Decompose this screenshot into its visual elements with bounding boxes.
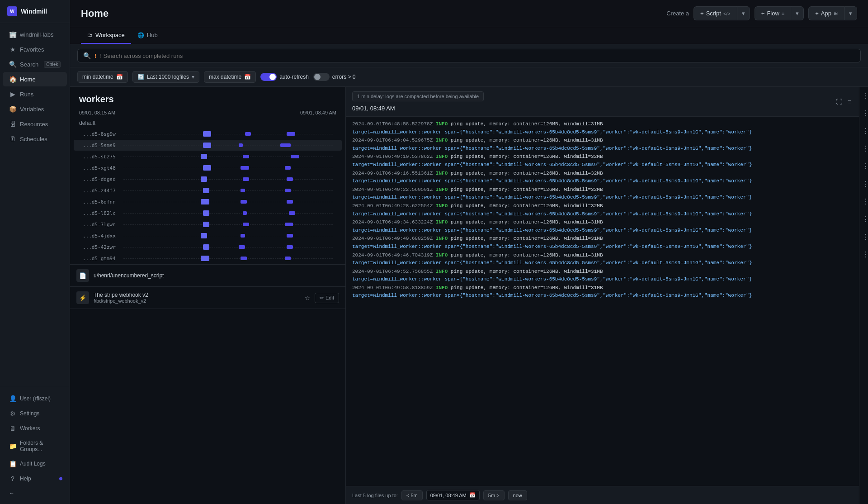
bottom-items: 📄 u/henri/unencumbered_script ⚡ The stri… [70, 264, 345, 309]
worker-row[interactable]: ...d5-4jdxx [74, 230, 342, 241]
right-menu-btn-2[interactable]: ⋮ [860, 108, 867, 119]
worker-bar [289, 211, 295, 215]
sidebar-nav: 🏢 windmill-labs ★ Favorites 🔍 Search Ctr… [0, 23, 70, 387]
worker-bar [201, 256, 209, 261]
min-datetime-button[interactable]: min datetime 📅 [77, 71, 128, 83]
create-app-button[interactable]: + App ⊞ [808, 6, 844, 20]
sidebar-item-variables[interactable]: 📦 Variables [3, 102, 67, 116]
worker-bar [287, 132, 295, 136]
max-datetime-button[interactable]: max datetime 📅 [204, 71, 256, 83]
star-icon[interactable]: ☆ [305, 295, 310, 301]
right-menu-btn-8[interactable]: ⋮ [860, 214, 867, 224]
search-shortcut: Ctrl+k [44, 61, 60, 68]
home-icon: 🏠 [9, 76, 16, 83]
script-label: Script [706, 10, 721, 17]
worker-row[interactable]: ...d5-5sms9 [74, 140, 342, 151]
log-time: 2024-09-01T06:49:04.529675Z [352, 138, 433, 143]
right-menu-btn-9[interactable]: ⋮ [860, 232, 867, 242]
search-input[interactable] [100, 52, 855, 59]
logfiles-button[interactable]: 🔄 Last 1000 logfiles ▾ [132, 71, 199, 83]
runs-icon: ▶ [9, 90, 16, 98]
sidebar-item-search[interactable]: 🔍 Search Ctrl+k [3, 57, 67, 71]
right-menu-btn-7[interactable]: ⋮ [860, 196, 867, 207]
worker-row[interactable]: ...d5-z44f7 [74, 185, 342, 196]
sidebar-logo: W Windmill [0, 0, 70, 23]
tab-hub[interactable]: 🌐 Hub [131, 27, 164, 44]
log-target: target=windmill_worker::worker span={"ho… [352, 211, 752, 217]
bottom-item-flow[interactable]: ⚡ The stripe webhook v2 f/bd/stripe_webh… [70, 287, 345, 309]
hub-tab-label: Hub [147, 32, 158, 38]
worker-row[interactable]: ...d5-sb275 [74, 151, 342, 162]
prev-time-button[interactable]: < 5m [401, 490, 423, 500]
errors-toggle[interactable] [313, 73, 330, 81]
now-button[interactable]: now [508, 490, 527, 500]
app-dropdown-button[interactable]: ▾ [844, 6, 857, 20]
sidebar-item-help[interactable]: ? Help [3, 471, 67, 486]
sidebar-item-favorites[interactable]: ★ Favorites [3, 42, 67, 57]
logs-footer: Last 5 log files up to: < 5m 09/01, 08:4… [346, 486, 859, 504]
flow-plus-icon: + [761, 10, 765, 17]
script-dropdown-button[interactable]: ▾ [737, 6, 750, 20]
log-message: ping update, memory: container=126MB, wi… [448, 252, 603, 258]
bottom-item-script[interactable]: 📄 u/henri/unencumbered_script [70, 265, 345, 287]
flow-lines-icon: ≡ [782, 11, 784, 16]
search-input-wrap[interactable]: 🔍 ! [77, 49, 861, 62]
worker-row[interactable]: ...d5-xgt48 [74, 162, 342, 173]
sidebar-item-workers[interactable]: 🖥 Workers [3, 421, 67, 436]
worker-bar [203, 222, 209, 227]
log-entry: 2024-09-01T06:49:52.756855Z INFO ping up… [352, 268, 853, 284]
worker-chart [123, 220, 333, 228]
worker-name: ...d5-8sg9w [83, 131, 123, 137]
next-time-button[interactable]: 5m > [483, 490, 505, 500]
worker-bar [241, 257, 247, 260]
sidebar-item-audit[interactable]: 📋 Audit Logs [3, 456, 67, 471]
expand-logs-button[interactable]: ⛶ [835, 97, 844, 107]
worker-row[interactable]: ...d5-ddgsd [74, 174, 342, 185]
worker-row[interactable]: ...d5-6qfnn [74, 196, 342, 207]
sidebar-item-user[interactable]: 👤 User (rfiszel) [3, 391, 67, 406]
worker-bar [203, 210, 209, 216]
filter-bar: min datetime 📅 🔄 Last 1000 logfiles ▾ ma… [70, 67, 868, 87]
create-flow-button[interactable]: + Flow ≡ [755, 6, 791, 20]
worker-row[interactable]: ...d5-8sg9w [74, 128, 342, 139]
right-menu-btn-10[interactable]: ⋮ [860, 249, 867, 260]
sidebar-item-label: Runs [20, 91, 33, 98]
time-end-label: 09/01, 08:49 AM [300, 110, 336, 115]
sidebar-item-schedules[interactable]: 🗓 Schedules [3, 132, 67, 146]
worker-row[interactable]: ...d5-gtm94 [74, 253, 342, 264]
sidebar-item-settings[interactable]: ⚙ Settings [3, 406, 67, 421]
right-menu-btn-3[interactable]: ⋮ [860, 126, 867, 136]
sidebar-item-back[interactable]: ← [3, 486, 67, 500]
log-entry: 2024-09-01T06:49:34.633224Z INFO ping up… [352, 219, 853, 234]
more-logs-button[interactable]: ≡ [846, 97, 853, 107]
log-message: ping update, memory: container=126MB, wi… [448, 121, 603, 127]
auto-refresh-toggle[interactable] [260, 73, 277, 81]
log-time: 2024-09-01T06:49:34.633224Z [352, 219, 433, 225]
worker-name: ...d5-l82lc [83, 210, 123, 216]
worker-timeline-base [123, 247, 333, 247]
sidebar-item-workspace[interactable]: 🏢 windmill-labs [3, 27, 67, 42]
notification-dot [59, 477, 62, 480]
right-menu-btn-4[interactable]: ⋮ [860, 143, 867, 154]
time-input[interactable]: 09/01, 08:49 AM 📅 [426, 490, 480, 500]
flow-dropdown-button[interactable]: ▾ [791, 6, 804, 20]
worker-rows-container: ...d5-8sg9w ...d5-5sms9 [70, 128, 345, 264]
worker-row[interactable]: ...d5-l82lc [74, 208, 342, 219]
log-message: ping update, memory: container=126MB, wi… [448, 219, 603, 225]
right-menu-btn-1[interactable]: ⋮ [860, 90, 867, 101]
worker-row[interactable]: ...d5-42zwr [74, 242, 342, 252]
edit-button[interactable]: ✏ Edit [315, 293, 339, 303]
create-script-button[interactable]: + Script </> [693, 6, 737, 20]
sidebar-item-resources[interactable]: 🗄 Resources [3, 117, 67, 131]
sidebar-item-folders[interactable]: 📁 Folders & Groups... [3, 436, 67, 456]
right-menu-btn-6[interactable]: ⋮ [860, 179, 867, 189]
log-level: INFO [436, 219, 448, 225]
sidebar-item-home[interactable]: 🏠 Home [3, 72, 67, 86]
back-icon: ← [9, 490, 14, 496]
worker-chart [123, 243, 333, 251]
sidebar-item-runs[interactable]: ▶ Runs [3, 87, 67, 101]
tab-workspace[interactable]: 🗂 Workspace [81, 27, 131, 44]
worker-bar [287, 200, 293, 204]
right-menu-btn-5[interactable]: ⋮ [860, 161, 867, 171]
worker-row[interactable]: ...d5-7lgwn [74, 219, 342, 230]
